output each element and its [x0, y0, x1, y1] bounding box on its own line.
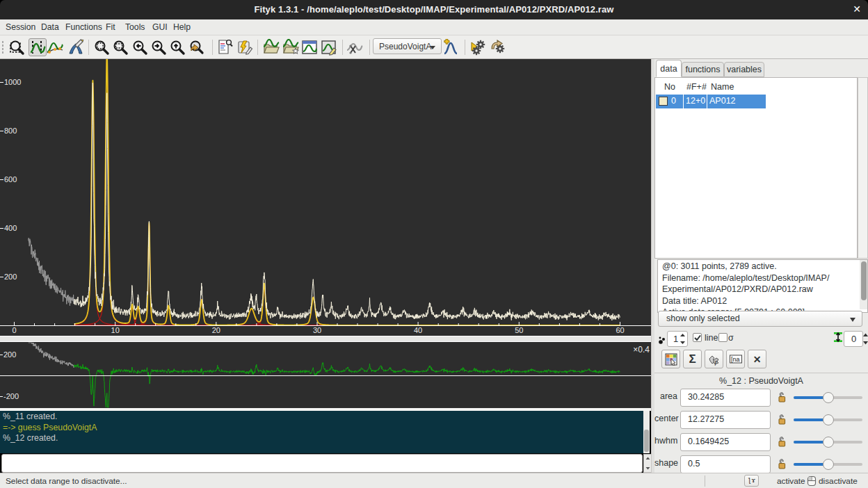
svg-text:ƒ: ƒ — [714, 359, 717, 366]
svg-text:200: 200 — [4, 273, 17, 281]
svg-text:50: 50 — [515, 326, 523, 334]
svg-text:200: 200 — [3, 350, 16, 359]
svg-text:60: 60 — [616, 326, 624, 334]
svg-text:-200: -200 — [3, 392, 19, 400]
svg-text:[na: [na — [731, 356, 740, 363]
svg-text:40: 40 — [414, 326, 422, 334]
svg-text:0: 0 — [12, 326, 16, 334]
svg-text:30: 30 — [313, 326, 321, 334]
svg-text:ƪɤ: ƪɤ — [748, 478, 755, 484]
svg-text:10: 10 — [111, 326, 120, 334]
svg-text:400: 400 — [4, 224, 17, 232]
svg-text:20: 20 — [212, 326, 220, 334]
svg-text:1000: 1000 — [4, 78, 21, 86]
svg-text:800: 800 — [4, 127, 17, 135]
svg-text:600: 600 — [4, 175, 17, 184]
svg-text:×0.4: ×0.4 — [633, 345, 650, 355]
